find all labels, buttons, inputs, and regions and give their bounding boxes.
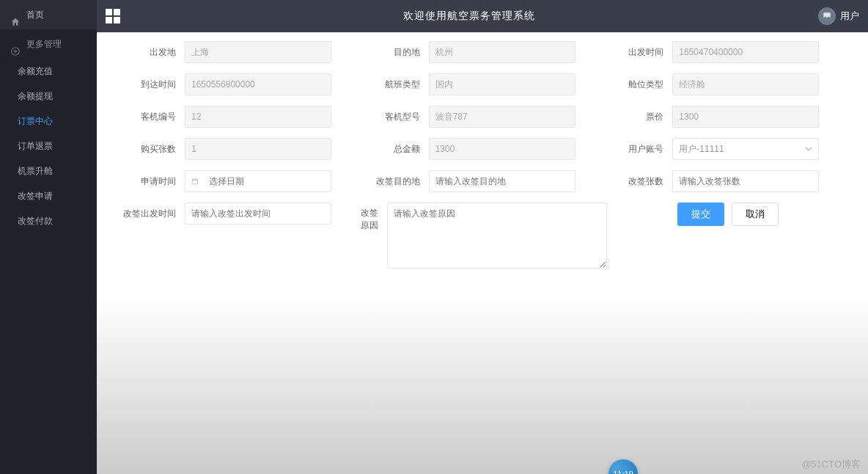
label-user-account: 用户账号: [606, 143, 672, 156]
sidebar-item-refund[interactable]: 订单退票: [0, 134, 97, 158]
label-flight-type: 航班类型: [363, 79, 429, 91]
sidebar-item-booking[interactable]: 订票中心: [0, 109, 97, 134]
label-change-dest: 改签目的地: [363, 175, 429, 188]
input-seat-class: [672, 73, 819, 95]
input-flight-type: [429, 73, 575, 95]
label-apply-time: 申请时间: [119, 175, 185, 188]
sidebar-item-home[interactable]: 首页: [0, 0, 97, 29]
input-depart-time: [672, 41, 819, 63]
input-change-count[interactable]: [672, 170, 819, 192]
page-title: 欢迎使用航空票务管理系统: [120, 10, 818, 23]
cancel-button[interactable]: 取消: [732, 203, 779, 226]
calendar-icon: [191, 176, 199, 186]
home-icon: [10, 10, 21, 20]
input-apply-time[interactable]: [185, 170, 331, 192]
label-change-count: 改签张数: [606, 175, 672, 188]
avatar-icon: [818, 7, 836, 25]
sidebar-item-upgrade[interactable]: 机票升舱: [0, 158, 97, 183]
topbar: 欢迎使用航空票务管理系统 用户: [97, 0, 868, 32]
label-buy-count: 购买张数: [119, 143, 185, 156]
user-label: 用户: [840, 10, 859, 23]
label-arrive-time: 到达时间: [119, 79, 185, 91]
label-plane-no: 客机编号: [119, 111, 185, 123]
input-arrive-time: [185, 73, 331, 95]
sidebar-item-recharge[interactable]: 余额充值: [0, 59, 97, 84]
input-price: [672, 106, 819, 128]
sidebar: 首页 更多管理 余额充值 余额提现 订票中心 订单退票 机票升舱 改签申请 改签…: [0, 0, 97, 474]
sidebar-item-more[interactable]: 更多管理: [0, 29, 97, 59]
sidebar-more-label: 更多管理: [26, 29, 62, 59]
watermark: @51CTO博客: [801, 458, 861, 471]
sidebar-item-withdraw[interactable]: 余额提现: [0, 84, 97, 109]
input-buy-count: [185, 138, 331, 160]
main-content: 出发地 目的地 出发时间 到达时间 航班类型 舱位类型 客机编号: [97, 32, 868, 474]
select-user-account-value: 用户-11111: [679, 143, 724, 156]
label-depart-time: 出发时间: [606, 46, 672, 59]
label-seat-class: 舱位类型: [606, 79, 672, 91]
label-destination: 目的地: [363, 46, 429, 59]
submit-button[interactable]: 提交: [677, 203, 724, 226]
label-change-depart-time: 改签出发时间: [119, 208, 185, 220]
chevron-down-icon: [805, 145, 812, 153]
label-price: 票价: [606, 111, 672, 123]
svg-rect-1: [192, 179, 198, 184]
sidebar-item-change-pay[interactable]: 改签付款: [0, 208, 97, 233]
input-plane-no: [185, 106, 331, 128]
label-change-reason: 改签原因: [358, 203, 387, 232]
label-total: 总金额: [363, 143, 429, 156]
input-apply-time-field[interactable]: [203, 171, 325, 192]
input-plane-model: [429, 106, 575, 128]
input-departure: [185, 41, 331, 63]
label-plane-model: 客机型号: [363, 111, 429, 123]
more-icon: [10, 39, 21, 49]
input-change-dest[interactable]: [429, 170, 575, 192]
sidebar-item-change-apply[interactable]: 改签申请: [0, 183, 97, 208]
input-change-depart-time[interactable]: [185, 203, 331, 225]
input-total: [429, 138, 575, 160]
apps-grid-icon[interactable]: [106, 9, 120, 23]
label-departure: 出发地: [119, 46, 185, 59]
user-menu[interactable]: 用户: [818, 7, 859, 25]
input-change-reason[interactable]: [387, 203, 607, 269]
sidebar-home-label: 首页: [26, 0, 44, 29]
input-destination: [429, 41, 575, 63]
select-user-account[interactable]: 用户-11111: [672, 138, 819, 160]
